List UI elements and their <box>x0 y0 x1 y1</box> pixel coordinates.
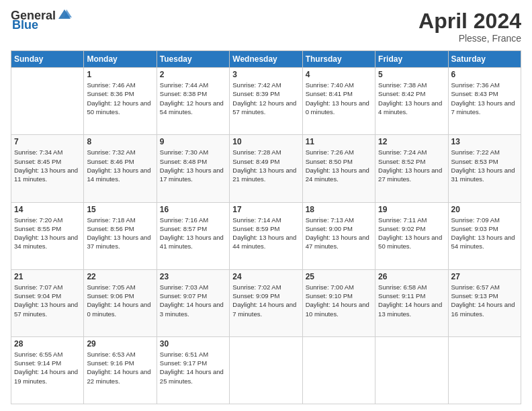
day-number: 3 <box>232 70 299 79</box>
day-number: 25 <box>306 272 372 281</box>
week-row-3: 14Sunrise: 7:20 AMSunset: 8:55 PMDayligh… <box>11 202 521 269</box>
day-info: Sunrise: 7:07 AMSunset: 9:04 PMDaylight:… <box>14 283 81 318</box>
day-info: Sunrise: 7:09 AMSunset: 9:03 PMDaylight:… <box>451 216 518 251</box>
calendar-cell: 3Sunrise: 7:42 AMSunset: 8:39 PMDaylight… <box>230 68 302 135</box>
day-info: Sunrise: 7:14 AMSunset: 8:59 PMDaylight:… <box>232 216 299 251</box>
day-info: Sunrise: 7:05 AMSunset: 9:06 PMDaylight:… <box>87 283 153 318</box>
calendar-cell: 9Sunrise: 7:30 AMSunset: 8:48 PMDaylight… <box>157 135 229 202</box>
day-number: 2 <box>160 70 226 79</box>
day-info: Sunrise: 7:24 AMSunset: 8:52 PMDaylight:… <box>378 148 445 183</box>
day-header-tuesday: Tuesday <box>157 51 229 68</box>
day-info: Sunrise: 6:53 AMSunset: 9:16 PMDaylight:… <box>87 350 153 385</box>
day-info: Sunrise: 7:18 AMSunset: 8:56 PMDaylight:… <box>87 216 153 251</box>
calendar-cell: 23Sunrise: 7:03 AMSunset: 9:07 PMDayligh… <box>157 269 229 336</box>
day-number: 8 <box>87 137 153 146</box>
day-number: 28 <box>14 339 81 349</box>
day-number: 14 <box>14 205 81 214</box>
logo-icon <box>57 8 72 21</box>
calendar-cell: 11Sunrise: 7:26 AMSunset: 8:50 PMDayligh… <box>302 135 375 202</box>
day-number: 23 <box>160 272 226 281</box>
day-header-thursday: Thursday <box>302 51 375 68</box>
calendar-cell: 2Sunrise: 7:44 AMSunset: 8:38 PMDaylight… <box>157 68 229 135</box>
day-info: Sunrise: 7:03 AMSunset: 9:07 PMDaylight:… <box>160 283 226 318</box>
day-number: 21 <box>14 272 81 281</box>
day-number: 18 <box>306 205 372 214</box>
day-info: Sunrise: 7:34 AMSunset: 8:45 PMDaylight:… <box>14 148 81 183</box>
week-row-1: 1Sunrise: 7:46 AMSunset: 8:36 PMDaylight… <box>11 68 521 135</box>
day-info: Sunrise: 7:02 AMSunset: 9:09 PMDaylight:… <box>232 283 299 318</box>
day-number: 27 <box>451 272 518 281</box>
day-info: Sunrise: 7:44 AMSunset: 8:38 PMDaylight:… <box>160 81 226 116</box>
day-info: Sunrise: 7:22 AMSunset: 8:53 PMDaylight:… <box>451 148 518 183</box>
week-row-5: 28Sunrise: 6:55 AMSunset: 9:14 PMDayligh… <box>11 336 521 404</box>
day-number: 6 <box>451 70 518 79</box>
day-info: Sunrise: 6:57 AMSunset: 9:13 PMDaylight:… <box>451 283 518 318</box>
calendar-cell: 8Sunrise: 7:32 AMSunset: 8:46 PMDaylight… <box>84 135 157 202</box>
day-info: Sunrise: 6:51 AMSunset: 9:17 PMDaylight:… <box>160 350 226 385</box>
day-info: Sunrise: 7:11 AMSunset: 9:02 PMDaylight:… <box>378 216 445 251</box>
day-header-wednesday: Wednesday <box>230 51 302 68</box>
calendar-cell: 29Sunrise: 6:53 AMSunset: 9:16 PMDayligh… <box>84 336 157 404</box>
calendar-cell <box>448 336 521 404</box>
day-info: Sunrise: 7:13 AMSunset: 9:00 PMDaylight:… <box>306 216 372 251</box>
calendar-cell: 18Sunrise: 7:13 AMSunset: 9:00 PMDayligh… <box>302 202 375 269</box>
calendar-cell: 24Sunrise: 7:02 AMSunset: 9:09 PMDayligh… <box>230 269 302 336</box>
calendar-cell: 6Sunrise: 7:36 AMSunset: 8:43 PMDaylight… <box>448 68 521 135</box>
day-info: Sunrise: 7:30 AMSunset: 8:48 PMDaylight:… <box>160 148 226 183</box>
calendar-cell: 25Sunrise: 7:00 AMSunset: 9:10 PMDayligh… <box>302 269 375 336</box>
day-number: 16 <box>160 205 226 214</box>
calendar-cell: 21Sunrise: 7:07 AMSunset: 9:04 PMDayligh… <box>11 269 84 336</box>
day-number: 29 <box>87 339 153 349</box>
calendar-cell: 13Sunrise: 7:22 AMSunset: 8:53 PMDayligh… <box>448 135 521 202</box>
calendar-cell: 28Sunrise: 6:55 AMSunset: 9:14 PMDayligh… <box>11 336 84 404</box>
calendar-cell <box>375 336 448 404</box>
calendar-cell: 15Sunrise: 7:18 AMSunset: 8:56 PMDayligh… <box>84 202 157 269</box>
day-info: Sunrise: 7:36 AMSunset: 8:43 PMDaylight:… <box>451 81 518 116</box>
day-number: 24 <box>232 272 299 281</box>
page: General Blue April 2024 Plesse, France S… <box>0 0 532 411</box>
day-number: 22 <box>87 272 153 281</box>
day-header-saturday: Saturday <box>448 51 521 68</box>
day-info: Sunrise: 7:40 AMSunset: 8:41 PMDaylight:… <box>306 81 372 116</box>
calendar-cell: 1Sunrise: 7:46 AMSunset: 8:36 PMDaylight… <box>84 68 157 135</box>
day-info: Sunrise: 7:00 AMSunset: 9:10 PMDaylight:… <box>306 283 372 318</box>
day-info: Sunrise: 7:26 AMSunset: 8:50 PMDaylight:… <box>306 148 372 183</box>
day-info: Sunrise: 6:58 AMSunset: 9:11 PMDaylight:… <box>378 283 445 318</box>
calendar-cell: 26Sunrise: 6:58 AMSunset: 9:11 PMDayligh… <box>375 269 448 336</box>
day-info: Sunrise: 7:46 AMSunset: 8:36 PMDaylight:… <box>87 81 153 116</box>
day-number: 4 <box>306 70 372 79</box>
calendar-cell: 10Sunrise: 7:28 AMSunset: 8:49 PMDayligh… <box>230 135 302 202</box>
day-number: 26 <box>378 272 445 281</box>
logo-blue-text: Blue <box>12 19 38 31</box>
day-number: 15 <box>87 205 153 214</box>
day-info: Sunrise: 7:42 AMSunset: 8:39 PMDaylight:… <box>232 81 299 116</box>
calendar-cell: 19Sunrise: 7:11 AMSunset: 9:02 PMDayligh… <box>375 202 448 269</box>
calendar-cell: 27Sunrise: 6:57 AMSunset: 9:13 PMDayligh… <box>448 269 521 336</box>
calendar-cell: 4Sunrise: 7:40 AMSunset: 8:41 PMDaylight… <box>302 68 375 135</box>
day-number: 10 <box>232 137 299 146</box>
calendar-cell: 20Sunrise: 7:09 AMSunset: 9:03 PMDayligh… <box>448 202 521 269</box>
day-info: Sunrise: 7:20 AMSunset: 8:55 PMDaylight:… <box>14 216 81 251</box>
calendar-cell <box>230 336 302 404</box>
calendar-cell: 22Sunrise: 7:05 AMSunset: 9:06 PMDayligh… <box>84 269 157 336</box>
day-number: 5 <box>378 70 445 79</box>
calendar-cell: 7Sunrise: 7:34 AMSunset: 8:45 PMDaylight… <box>11 135 84 202</box>
day-number: 30 <box>160 339 226 349</box>
day-number: 12 <box>378 137 445 146</box>
week-row-4: 21Sunrise: 7:07 AMSunset: 9:04 PMDayligh… <box>11 269 521 336</box>
calendar-cell: 12Sunrise: 7:24 AMSunset: 8:52 PMDayligh… <box>375 135 448 202</box>
day-number: 7 <box>14 137 81 146</box>
calendar-cell: 17Sunrise: 7:14 AMSunset: 8:59 PMDayligh… <box>230 202 302 269</box>
location-subtitle: Plesse, France <box>418 33 521 44</box>
day-header-monday: Monday <box>84 51 157 68</box>
calendar-cell: 30Sunrise: 6:51 AMSunset: 9:17 PMDayligh… <box>157 336 229 404</box>
day-info: Sunrise: 7:28 AMSunset: 8:49 PMDaylight:… <box>232 148 299 183</box>
header-row: SundayMondayTuesdayWednesdayThursdayFrid… <box>11 51 521 68</box>
calendar-cell: 5Sunrise: 7:38 AMSunset: 8:42 PMDaylight… <box>375 68 448 135</box>
logo: General Blue <box>11 9 72 31</box>
week-row-2: 7Sunrise: 7:34 AMSunset: 8:45 PMDaylight… <box>11 135 521 202</box>
day-info: Sunrise: 7:38 AMSunset: 8:42 PMDaylight:… <box>378 81 445 116</box>
header: General Blue April 2024 Plesse, France <box>11 9 521 44</box>
day-number: 20 <box>451 205 518 214</box>
day-number: 13 <box>451 137 518 146</box>
